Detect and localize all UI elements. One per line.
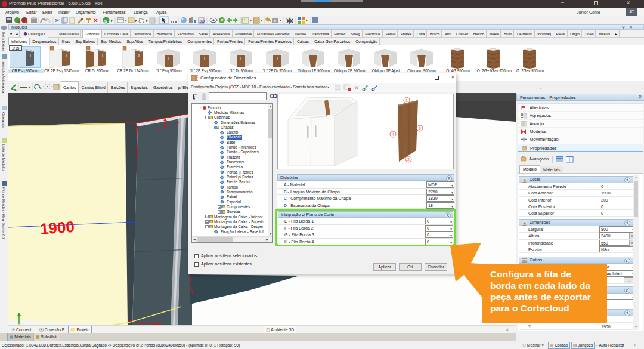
svg-text:✂: ✂ xyxy=(55,17,60,24)
svg-text:3D: 3D xyxy=(199,19,205,23)
svg-text:1900: 1900 xyxy=(39,218,75,238)
svg-text:$: $ xyxy=(104,18,107,24)
svg-text:1: 1 xyxy=(405,98,408,103)
svg-text:✕: ✕ xyxy=(93,17,98,24)
svg-text:2: 2 xyxy=(407,157,410,162)
svg-text:P: P xyxy=(221,18,224,23)
svg-text:4: 4 xyxy=(392,132,394,137)
svg-text:3: 3 xyxy=(419,126,421,131)
